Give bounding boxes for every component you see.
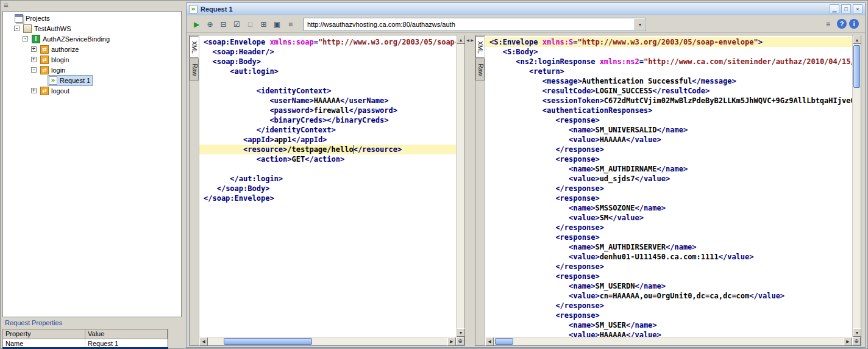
xml-line: <response> [485, 232, 852, 242]
scroll-right-icon[interactable]: ▶ [447, 337, 456, 346]
endpoint-url: http://wsauthazvhosting.ca.com:80/authaz… [307, 21, 455, 28]
xml-line: <response> [485, 311, 852, 320]
request-editor-tabs: XMLRaw [190, 35, 199, 345]
xml-line: <name>SM_AUTHDIRSERVER</name> [485, 242, 852, 252]
xml-line: <message>Authentication Successful</mess… [485, 76, 852, 86]
xml-line: <password>firewall</password> [199, 106, 456, 115]
xml-line: <action>GET</action> [199, 154, 456, 164]
xml-line: <identityContext> [199, 86, 456, 96]
validate-button[interactable]: ☑ [230, 18, 243, 31]
scroll-up-icon[interactable]: ▲ [457, 35, 465, 44]
window-title: Request 1 [201, 5, 233, 13]
response-horizontal-scrollbar[interactable]: ◀ ▶ [485, 337, 852, 345]
property-row[interactable]: NameRequest 1 [3, 339, 168, 348]
plus-expander-icon[interactable]: + [31, 57, 37, 62]
tree-item-inner: blogin [39, 54, 71, 65]
view-settings-button[interactable]: ≡ [822, 18, 834, 31]
cancel-button[interactable]: ■ [284, 18, 297, 31]
tree-item-inner: logout [39, 85, 72, 96]
minus-expander-icon[interactable]: - [31, 67, 37, 73]
tree-item-label: blogin [51, 56, 69, 63]
zoom-corner-button[interactable]: ⊕ [852, 337, 861, 345]
tree-item-request-1[interactable]: Request 1 [3, 75, 181, 85]
panel-menu-icon[interactable]: ≡ [4, 1, 9, 10]
scroll-down-icon[interactable]: ▼ [853, 328, 861, 337]
minus-expander-icon[interactable]: - [23, 36, 28, 41]
endpoint-combobox[interactable]: http://wsauthazvhosting.ca.com:80/authaz… [304, 18, 646, 31]
info-button[interactable]: i [849, 19, 859, 29]
request-xml-editor[interactable]: <soap:Envelope xmlns:soap="http://www.w3… [199, 36, 456, 337]
xml-line: <return> [485, 67, 852, 76]
tab-xml[interactable]: XML [475, 36, 485, 58]
scroll-left-icon[interactable]: ◀ [199, 337, 208, 346]
xml-line: </response> [485, 223, 852, 232]
tab-raw[interactable]: Raw [190, 59, 199, 81]
tree-item-label: TestAuthWS [34, 25, 71, 32]
tree-item-authorize[interactable]: +authorize [3, 44, 181, 54]
operation-icon [40, 87, 49, 95]
response-xml-editor[interactable]: <S:Envelope xmlns:S="http://www.w3.org/2… [485, 36, 852, 337]
tree-item-inner: authorize [39, 44, 81, 55]
splitter-collapse-handles: ◀ ▶ [466, 36, 474, 43]
collapse-left-icon[interactable]: ◀ [466, 36, 470, 43]
response-vertical-scrollbar[interactable]: ▲ ▼ [852, 35, 861, 337]
plus-expander-icon[interactable]: + [31, 46, 37, 52]
xml-line: <S:Envelope xmlns:S="http://www.w3.org/2… [485, 37, 852, 47]
stop-button[interactable]: □ [244, 18, 257, 31]
xml-line: <name>SM_UNIVERSALID</name> [485, 125, 852, 135]
tree-item-blogin[interactable]: +blogin [3, 54, 181, 65]
scrollbar-thumb[interactable] [853, 45, 860, 88]
property-value-cell[interactable]: Request 1 [85, 339, 168, 348]
request-editor-pane: XMLRaw <soap:Envelope xmlns:soap="http:/… [189, 35, 465, 346]
xml-line: <value>cn=HAAAAA,ou=OrgUnit0,dc=ca,dc=co… [485, 291, 852, 301]
column-header-value: Value [85, 329, 168, 339]
minus-expander-icon[interactable]: - [14, 26, 20, 31]
scroll-down-icon[interactable]: ▼ [457, 328, 465, 337]
tree-item-login[interactable]: -login [3, 65, 181, 75]
xml-line: <name>SM_AUTHDIRNAME</name> [485, 164, 852, 174]
scroll-left-icon[interactable]: ◀ [485, 337, 494, 346]
minimize-button[interactable]: ▁ [830, 4, 839, 13]
scroll-up-icon[interactable]: ▲ [853, 35, 861, 44]
request-properties-table[interactable]: PropertyValue NameRequest 1 [2, 329, 168, 348]
projects-tree[interactable]: Projects-TestAuthWS-AuthAZServiceBinding… [2, 11, 182, 317]
tree-item-label: Request 1 [60, 77, 90, 84]
window-titlebar[interactable]: Request 1 ▁□× [187, 3, 865, 15]
tree-item-testauthws[interactable]: -TestAuthWS [3, 23, 181, 34]
collapse-right-icon[interactable]: ▶ [470, 36, 474, 43]
request-vertical-scrollbar[interactable]: ▲ ▼ [456, 35, 464, 337]
xml-line: <response> [485, 193, 852, 203]
xml-line: </response> [485, 145, 852, 154]
open-window-button[interactable]: ▣ [271, 18, 283, 31]
tree-item-authazservicebinding[interactable]: -AuthAZServiceBinding [3, 34, 181, 44]
editor-splitter[interactable]: ◀ ▶ [465, 35, 475, 346]
scrollbar-thumb[interactable] [224, 338, 312, 345]
help-button[interactable]: ? [837, 19, 847, 29]
zoom-corner-button[interactable]: ⊕ [456, 337, 464, 345]
scrollbar-thumb[interactable] [495, 338, 513, 345]
xml-line: <response> [485, 154, 852, 164]
tree-item-logout[interactable]: +logout [3, 85, 181, 96]
clone-request-button[interactable]: ⊞ [257, 18, 270, 31]
submit-button[interactable]: ▶ [190, 18, 203, 31]
xml-line: <S:Body> [485, 47, 852, 57]
xml-line: <name>SM_USERDN</name> [485, 281, 852, 291]
project-icon [23, 24, 32, 33]
close-button[interactable]: × [853, 4, 863, 13]
xml-line: <authenticationResponses> [485, 106, 852, 115]
tab-label: Raw [191, 63, 197, 76]
request-horizontal-scrollbar[interactable]: ◀ ▶ [199, 337, 456, 345]
tab-raw[interactable]: Raw [475, 59, 485, 81]
xml-line: <soap:Envelope xmlns:soap="http://www.w3… [199, 37, 456, 47]
maximize-button[interactable]: □ [841, 4, 851, 13]
scroll-right-icon[interactable]: ▶ [844, 337, 852, 346]
xml-line: <value>SM</value> [485, 213, 852, 223]
plus-expander-icon[interactable]: + [31, 88, 37, 93]
tree-item-projects[interactable]: Projects [3, 13, 181, 23]
recreate-request-button[interactable]: ⊟ [217, 18, 230, 31]
tree-item-label: authorize [51, 46, 79, 53]
tab-xml[interactable]: XML [190, 36, 199, 58]
combobox-arrow-icon[interactable]: ▼ [635, 19, 645, 30]
xml-line: <soap:Body> [199, 57, 456, 67]
add-to-testcase-button[interactable]: ⊕ [204, 18, 216, 31]
